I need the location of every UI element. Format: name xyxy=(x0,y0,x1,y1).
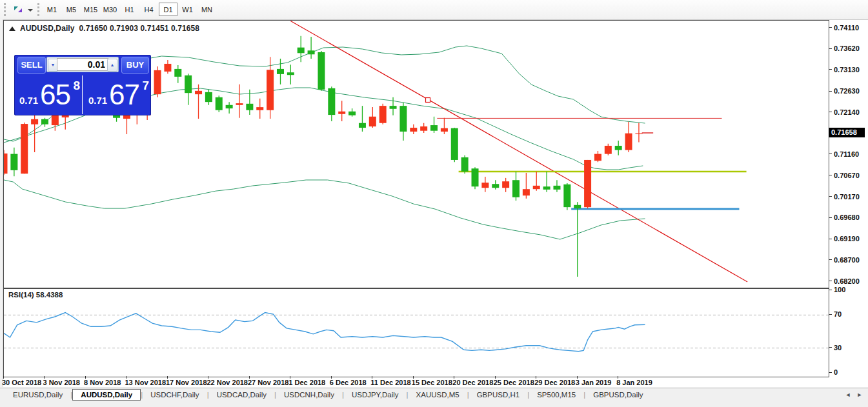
chart-ohlc-header: AUDUSD,Daily 0.71650 0.71903 0.71451 0.7… xyxy=(9,24,199,33)
candle-body xyxy=(512,180,520,197)
date-label: 3 Jan 2019 xyxy=(576,379,612,386)
collapse-panel-icon[interactable] xyxy=(9,26,15,31)
date-axis[interactable]: 30 Oct 20183 Nov 20188 Nov 201813 Nov 20… xyxy=(3,377,868,388)
candle-body xyxy=(226,105,233,108)
chart-symbol-label: AUDUSD,Daily xyxy=(20,24,75,33)
candle-body xyxy=(298,48,305,54)
tab-scroll-right-icon[interactable]: ► xyxy=(856,391,863,399)
sell-price-display[interactable]: 0.71 65 8 xyxy=(14,76,81,112)
chart-tab-gbpusd-daily[interactable]: GBPUSD,Daily xyxy=(585,390,651,401)
rsi-axis-tick xyxy=(829,347,832,348)
price-axis-label: 0.68700 xyxy=(834,255,867,264)
rsi-axis-label: 70 xyxy=(834,310,867,319)
candle-body xyxy=(359,123,366,128)
dropdown-caret-icon xyxy=(28,9,33,12)
candle-body xyxy=(430,125,438,131)
price-axis-label: 0.68200 xyxy=(834,277,867,286)
chart-tab-sp500-m15[interactable]: SP500,M15 xyxy=(529,390,583,401)
timeframe-button-m15[interactable]: M15 xyxy=(81,3,100,16)
price-axis-label: 0.71160 xyxy=(834,150,867,159)
candle-body xyxy=(216,97,223,110)
chart-tab-gbpusd-h1[interactable]: GBPUSD,H1 xyxy=(469,390,527,401)
chart-ohlc-values: 0.71650 0.71903 0.71451 0.71658 xyxy=(79,24,199,33)
rsi-indicator-pane[interactable]: RSI(14) 58.4388 xyxy=(3,288,829,377)
date-label: 29 Dec 2018 xyxy=(534,379,575,386)
date-label: 15 Dec 2018 xyxy=(412,379,452,386)
candle-body xyxy=(379,106,387,123)
date-label: 13 Nov 2018 xyxy=(125,379,166,386)
date-label: 20 Dec 2018 xyxy=(452,379,493,386)
status-bar xyxy=(0,401,868,407)
panel-divider xyxy=(82,75,83,114)
candle-body xyxy=(523,189,530,195)
trendline-handle[interactable] xyxy=(426,98,430,103)
chart-tab-usdcad-daily[interactable]: USDCAD,Daily xyxy=(209,390,274,401)
candle-body xyxy=(553,186,560,190)
candle-body xyxy=(52,115,59,125)
candle-body xyxy=(472,168,479,186)
candle-body xyxy=(4,154,8,174)
price-axis-label: 0.69680 xyxy=(834,213,867,222)
timeframe-button-m5[interactable]: M5 xyxy=(62,3,81,16)
candle-body xyxy=(481,183,489,188)
timeframe-button-mn[interactable]: MN xyxy=(197,3,216,16)
candle-body xyxy=(195,91,202,94)
chart-tab-audusd-daily[interactable]: AUDUSD,Daily xyxy=(72,389,141,401)
timeframe-button-h1[interactable]: H1 xyxy=(120,3,139,16)
date-label: 27 Nov 2018 xyxy=(248,379,289,386)
price-axis-label: 0.72630 xyxy=(834,86,867,95)
descending-trendline[interactable] xyxy=(290,21,747,282)
rsi-chart[interactable] xyxy=(4,289,829,377)
sell-price-sup: 8 xyxy=(73,79,80,93)
chart-tab-usdchf-daily[interactable]: USDCHF,Daily xyxy=(143,390,207,401)
candle-body xyxy=(461,157,469,172)
candle-body xyxy=(21,124,28,174)
candle-body xyxy=(451,128,458,160)
candle-body xyxy=(308,50,315,54)
volume-increase-button[interactable]: ▲ xyxy=(107,59,117,72)
toolbar-grip[interactable] xyxy=(37,3,41,16)
chart-tab-usdjpy-daily[interactable]: USDJPY,Daily xyxy=(344,390,407,401)
candle-body xyxy=(533,186,540,189)
buy-button[interactable]: BUY xyxy=(121,57,149,74)
price-axis-tick xyxy=(829,27,832,28)
chart-tab-usdcnh-daily[interactable]: USDCNH,Daily xyxy=(276,390,342,401)
tab-scroll-left-icon[interactable]: ◄ xyxy=(844,391,852,399)
candle-body xyxy=(420,126,427,131)
price-chart-pane[interactable]: AUDUSD,Daily 0.71650 0.71903 0.71451 0.7… xyxy=(3,20,829,288)
timeframe-button-m1[interactable]: M1 xyxy=(43,3,61,16)
date-label: 11 Dec 2018 xyxy=(370,379,410,386)
chart-tab-xauusd-m5[interactable]: XAUUSD,M5 xyxy=(409,390,467,401)
timeframe-button-w1[interactable]: W1 xyxy=(178,3,197,16)
chart-tab-eurusd-daily[interactable]: EURUSD,Daily xyxy=(5,390,70,401)
candle-body xyxy=(563,184,570,207)
candle-body xyxy=(635,134,642,134)
date-label: 25 Dec 2018 xyxy=(494,379,534,386)
date-label: 6 Dec 2018 xyxy=(330,379,367,386)
order-arrows-icon[interactable] xyxy=(12,3,35,17)
sell-price-big: 65 xyxy=(40,79,70,111)
sell-button[interactable]: SELL xyxy=(17,57,46,74)
toolbar-grip[interactable] xyxy=(4,3,8,16)
candle-body xyxy=(267,70,274,110)
volume-input[interactable] xyxy=(57,58,108,71)
candle-body xyxy=(10,154,17,170)
buy-price-display[interactable]: 0.71 67 7 xyxy=(83,76,150,112)
candle-body xyxy=(502,181,509,188)
timeframe-button-h4[interactable]: H4 xyxy=(139,3,158,16)
price-axis-tick xyxy=(829,281,832,281)
rsi-line xyxy=(4,313,645,352)
timeframe-button-d1[interactable]: D1 xyxy=(159,3,177,16)
candle-body xyxy=(615,146,622,150)
candle-body xyxy=(338,112,345,114)
candle-body xyxy=(328,88,335,115)
date-label: 8 Nov 2018 xyxy=(84,379,121,386)
candle-body xyxy=(594,154,601,161)
buy-price-sup: 7 xyxy=(142,79,149,93)
date-label: 3 Nov 2018 xyxy=(43,379,79,386)
timeframe-button-m30[interactable]: M30 xyxy=(101,3,119,16)
buy-price-big: 67 xyxy=(109,79,139,111)
candle-body xyxy=(492,184,499,188)
price-axis-label: 0.73620 xyxy=(834,44,867,53)
date-label: 8 Jan 2019 xyxy=(616,379,652,386)
